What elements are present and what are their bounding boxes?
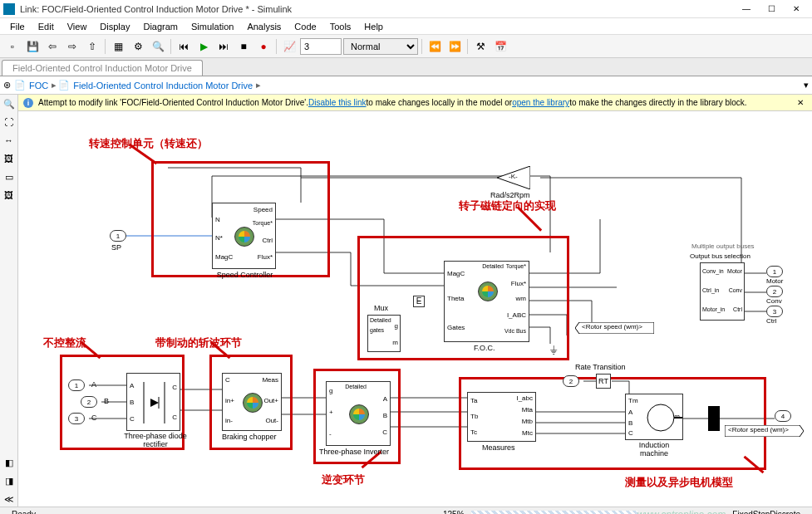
run-button[interactable]: ▶ bbox=[194, 37, 213, 56]
block-chopper[interactable]: C in+ in- Meas Out+ Out- bbox=[222, 373, 282, 431]
progress-stripe bbox=[471, 511, 637, 515]
block-gain[interactable]: -K- bbox=[497, 166, 530, 189]
mux-label: Mux bbox=[374, 304, 388, 312]
subsystem-icon: 📄 bbox=[58, 80, 70, 91]
build-button[interactable]: ⚒ bbox=[471, 37, 490, 56]
window-title: Link: FOC/Field-Oriented Control Inducti… bbox=[20, 4, 734, 14]
step-back-button[interactable]: ⏮ bbox=[175, 37, 193, 56]
step-forward-button[interactable]: ⏭ bbox=[214, 37, 233, 56]
inport-c[interactable]: 3 bbox=[68, 413, 85, 424]
calendar-button[interactable]: 📅 bbox=[491, 37, 509, 56]
info-close-button[interactable]: ✕ bbox=[794, 98, 807, 107]
forward-button[interactable]: ⇨ bbox=[63, 37, 81, 56]
outport-1[interactable]: 1 bbox=[766, 266, 783, 277]
outport-3[interactable]: 3 bbox=[766, 306, 783, 317]
palette-annotation-icon[interactable]: ▭ bbox=[2, 169, 17, 184]
foc-label: F.O.C. bbox=[474, 344, 495, 352]
palette-image-icon[interactable]: 🖼 bbox=[2, 188, 17, 203]
disable-link[interactable]: Disable this link bbox=[308, 98, 366, 107]
block-foc[interactable]: MagC Theta Gates Detailed Torque* Flux* … bbox=[444, 261, 529, 342]
fast-forward-button[interactable]: ⏩ bbox=[445, 37, 464, 56]
arrow-6 bbox=[744, 456, 765, 474]
palette-a1-icon[interactable]: ◧ bbox=[2, 455, 17, 470]
annotation-speed-ctrl: 转速控制单元（转速还） bbox=[89, 136, 208, 151]
info-text-1: Attempt to modify link 'FOC/Field-Orient… bbox=[38, 98, 308, 107]
block-output-bus[interactable]: Conv_in Ctrl_in Motor_in Motor Conv Ctrl bbox=[700, 262, 745, 321]
machine-label: Induction machine bbox=[629, 442, 679, 458]
menu-code[interactable]: Code bbox=[288, 20, 322, 33]
menu-display[interactable]: Display bbox=[93, 20, 136, 33]
gain-label: Rad/s2Rpm bbox=[490, 191, 530, 199]
breadcrumb-model[interactable]: Field-Oriented Control Induction Motor D… bbox=[71, 81, 254, 91]
block-bus-selector-small[interactable] bbox=[708, 406, 720, 431]
menu-help[interactable]: Help bbox=[357, 20, 390, 33]
block-measures[interactable]: Ta Tb Tc I_abc Mta Mtb Mtc bbox=[467, 392, 536, 442]
menu-file[interactable]: File bbox=[3, 20, 32, 33]
info-text-3: to make the changes directly in the libr… bbox=[569, 98, 746, 107]
maximize-button[interactable]: ☐ bbox=[759, 1, 784, 17]
model-tab[interactable]: Field-Oriented Control Induction Motor D… bbox=[2, 60, 203, 76]
palette-arrow-icon[interactable]: ↔ bbox=[2, 133, 17, 148]
palette-zoom-icon[interactable]: 🔍 bbox=[2, 96, 17, 111]
menu-simulation[interactable]: Simulation bbox=[185, 20, 240, 33]
open-library-link[interactable]: open the library bbox=[512, 98, 569, 107]
palette-collapse-icon[interactable]: ≪ bbox=[2, 492, 17, 507]
outport-4[interactable]: 4 bbox=[775, 410, 791, 422]
back-button[interactable]: ⇦ bbox=[43, 37, 62, 56]
block-speed-controller[interactable]: N N* MagC Speed Torque* Ctrl Flux* bbox=[212, 203, 276, 269]
block-induction-machine[interactable]: Tm A B C m bbox=[625, 394, 683, 440]
fast-back-button[interactable]: ⏪ bbox=[426, 37, 444, 56]
stop-time-field[interactable] bbox=[300, 38, 342, 55]
bus-label: Output bus selection bbox=[690, 252, 750, 260]
model-canvas[interactable]: 转速控制单元（转速还） 转子磁链定向的实现 不控整流 带制动的斩波环节 逆变环节… bbox=[18, 111, 812, 507]
from-rotor-speed[interactable]: <Rotor speed (wm)> bbox=[575, 322, 654, 335]
breadcrumb-bar: ⊛ 📄 FOC ▸ 📄 Field-Oriented Control Induc… bbox=[0, 76, 812, 95]
inport-a[interactable]: 1 bbox=[68, 379, 85, 391]
annotation-inverter: 逆变环节 bbox=[322, 472, 365, 487]
close-button[interactable]: ✕ bbox=[784, 1, 809, 17]
minimize-button[interactable]: — bbox=[734, 1, 759, 17]
block-rectifier[interactable]: A B C C C bbox=[126, 373, 180, 431]
library-browser-button[interactable]: ▦ bbox=[109, 37, 127, 56]
terminator-e[interactable]: E bbox=[413, 296, 425, 307]
variant-badge-icon[interactable]: ⊛ bbox=[3, 80, 11, 91]
annotation-chopper: 带制动的斩波环节 bbox=[155, 335, 242, 350]
model-explorer-button[interactable]: 🔍 bbox=[149, 37, 167, 56]
block-inverter[interactable]: g + - Detailed A B C bbox=[326, 381, 391, 446]
menu-analysis[interactable]: Analysis bbox=[240, 20, 288, 33]
record-button[interactable]: ● bbox=[254, 37, 273, 56]
simulation-mode-select[interactable]: Normal bbox=[343, 38, 418, 55]
status-bar: Ready 125% www.cntronline.com FixedStepD… bbox=[0, 507, 812, 514]
watermark: www.cntronline.com bbox=[637, 509, 726, 515]
model-config-button[interactable]: ⚙ bbox=[129, 37, 147, 56]
status-zoom[interactable]: 125% bbox=[436, 510, 471, 514]
speed-controller-label: Speed Controller bbox=[214, 271, 276, 279]
block-mux[interactable]: Detailed gates g m bbox=[367, 315, 401, 352]
outport-2[interactable]: 2 bbox=[766, 286, 783, 297]
breadcrumb-root[interactable]: FOC bbox=[27, 81, 50, 91]
breadcrumb-dropdown[interactable]: ▾ bbox=[804, 80, 809, 91]
palette-screenshot-icon[interactable]: 🖼 bbox=[2, 151, 17, 166]
menu-diagram[interactable]: Diagram bbox=[136, 20, 185, 33]
new-model-button[interactable]: ▫ bbox=[3, 37, 22, 56]
measures-label: Measures bbox=[482, 443, 515, 452]
menu-edit[interactable]: Edit bbox=[32, 20, 61, 33]
save-button[interactable]: 💾 bbox=[23, 37, 42, 56]
inport-b[interactable]: 2 bbox=[81, 396, 97, 408]
menu-view[interactable]: View bbox=[61, 20, 94, 33]
stop-button[interactable]: ■ bbox=[234, 37, 253, 56]
goto-rotor-speed[interactable]: <Rotor speed (wm)> bbox=[725, 425, 804, 438]
breadcrumb-sep: ▸ bbox=[50, 80, 58, 91]
up-button[interactable]: ⇧ bbox=[83, 37, 101, 56]
palette-a2-icon[interactable]: ◨ bbox=[2, 473, 17, 488]
inport-sp[interactable]: 1 bbox=[110, 230, 126, 242]
info-text-2: to make changes locally in the model or bbox=[367, 98, 513, 107]
inport-rate[interactable]: 2 bbox=[563, 375, 579, 387]
menu-tools[interactable]: Tools bbox=[323, 20, 358, 33]
svg-marker-4 bbox=[150, 399, 159, 407]
simulation-data-button[interactable]: 📈 bbox=[280, 37, 298, 56]
block-rate-transition[interactable]: RT bbox=[596, 374, 611, 389]
simulink-icon bbox=[3, 3, 15, 15]
palette-fit-icon[interactable]: ⛶ bbox=[2, 115, 17, 130]
ground-block[interactable]: ⏚ bbox=[550, 342, 557, 355]
